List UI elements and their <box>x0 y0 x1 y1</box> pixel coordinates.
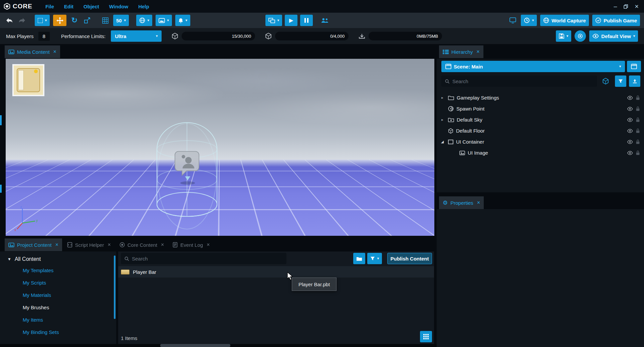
visibility-eye-icon[interactable] <box>627 107 633 111</box>
asset-list-item[interactable]: Player Bar <box>118 266 434 278</box>
tab-core-content[interactable]: Core Content × <box>116 238 168 251</box>
sidebar-item-my-brushes[interactable]: My Brushes <box>0 301 116 314</box>
new-folder-button[interactable] <box>353 253 365 264</box>
world-space-dropdown[interactable]: ▾ <box>136 15 152 26</box>
hierarchy-row-ui-container[interactable]: ◢ UI Container <box>437 136 644 147</box>
visibility-eye-icon[interactable] <box>627 118 633 122</box>
horizontal-scrollbar[interactable] <box>0 344 437 347</box>
lock-icon[interactable] <box>636 106 640 111</box>
visibility-eye-icon[interactable] <box>627 96 633 100</box>
project-search[interactable] <box>121 253 286 264</box>
tab-hierarchy[interactable]: Hierarchy × <box>439 45 483 58</box>
lock-icon[interactable] <box>636 150 640 155</box>
visibility-eye-icon[interactable] <box>627 151 633 155</box>
hierarchy-item-label[interactable]: UI Container <box>456 139 624 145</box>
close-button[interactable]: × <box>635 3 639 10</box>
close-tab-icon[interactable]: × <box>476 49 479 55</box>
publish-game-button[interactable]: Publish Game <box>592 15 640 26</box>
hierarchy-filter-button[interactable] <box>615 75 626 87</box>
menu-help[interactable]: Help <box>133 4 154 9</box>
hierarchy-row-default-sky[interactable]: ▸ Default Sky <box>437 114 644 125</box>
close-tab-icon[interactable]: × <box>53 49 56 55</box>
play-button[interactable]: ▶ <box>285 15 297 26</box>
menu-object[interactable]: Object <box>78 4 104 9</box>
expander-expanded-icon[interactable]: ◢ <box>439 140 445 144</box>
hierarchy-row-spawn-point[interactable]: Spawn Point <box>437 103 644 114</box>
performance-limits-dropdown[interactable]: Ultra▾ <box>111 30 162 42</box>
frame-object-icon[interactable] <box>601 75 610 87</box>
close-tab-icon[interactable]: × <box>477 200 480 206</box>
close-tab-icon[interactable]: × <box>108 242 111 248</box>
undo-icon[interactable] <box>5 15 14 26</box>
export-template-button[interactable] <box>629 75 640 87</box>
hierarchy-item-label[interactable]: Default Sky <box>457 117 624 123</box>
snap-grid-icon[interactable] <box>100 15 110 26</box>
publish-content-button[interactable]: Publish Content <box>387 253 432 264</box>
hierarchy-row-ui-image[interactable]: UI Image <box>437 147 644 158</box>
tab-properties[interactable]: ⚙ Properties × <box>439 196 484 209</box>
project-search-input[interactable] <box>132 256 283 262</box>
world-capture-button[interactable]: World Capture <box>540 15 589 26</box>
lock-icon[interactable] <box>636 95 640 100</box>
visibility-eye-icon[interactable] <box>627 129 633 133</box>
visibility-eye-icon[interactable] <box>627 140 633 144</box>
device-preview-icon[interactable] <box>508 15 517 26</box>
snap-size-dropdown[interactable]: 50▾ <box>113 15 129 26</box>
hierarchy-item-label[interactable]: Default Floor <box>456 128 624 134</box>
tab-event-log[interactable]: Event Log × <box>169 238 213 251</box>
restore-button[interactable] <box>624 4 628 9</box>
spawn-point-icon[interactable] <box>172 150 202 179</box>
scene-manager-button[interactable] <box>627 61 641 72</box>
hierarchy-item-label[interactable]: Spawn Point <box>456 106 624 112</box>
filter-dropdown[interactable]: ▾ <box>367 253 382 264</box>
scrollbar-thumb[interactable] <box>160 344 230 347</box>
lock-icon[interactable] <box>636 128 640 133</box>
hierarchy-row-gameplay-settings[interactable]: ▸ Gameplay Settings <box>437 92 644 103</box>
max-players-value[interactable]: 8 <box>38 32 50 41</box>
hierarchy-search[interactable] <box>441 75 597 87</box>
tab-media-content[interactable]: Media Content × <box>5 45 60 58</box>
scene-selector-dropdown[interactable]: Scene: Main ▾ <box>441 61 625 72</box>
close-tab-icon[interactable]: × <box>55 242 58 248</box>
select-tool-dropdown[interactable]: ▾ <box>35 15 50 26</box>
menu-edit[interactable]: Edit <box>59 4 78 9</box>
menu-window[interactable]: Window <box>104 4 133 9</box>
sidebar-item-my-templates[interactable]: My Templates <box>0 264 116 277</box>
screenshot-dropdown[interactable]: ▾ <box>156 15 172 26</box>
pause-button[interactable] <box>300 15 313 26</box>
hierarchy-item-label[interactable]: UI Image <box>468 150 624 156</box>
scale-tool-icon[interactable] <box>82 15 92 26</box>
sidebar-scrollbar[interactable] <box>114 255 116 319</box>
save-dropdown[interactable]: ▾ <box>556 30 571 42</box>
sidebar-item-my-materials[interactable]: My Materials <box>0 289 116 301</box>
close-tab-icon[interactable]: × <box>161 242 164 248</box>
default-view-dropdown[interactable]: Default View▾ <box>589 30 638 42</box>
expand-triangle-icon[interactable]: ▼ <box>7 257 11 262</box>
menu-file[interactable]: File <box>40 4 59 9</box>
notifications-dropdown[interactable]: ▾ <box>175 15 190 26</box>
lock-icon[interactable] <box>636 139 640 144</box>
move-tool-button[interactable] <box>53 15 66 26</box>
expander-collapsed-icon[interactable]: ▸ <box>439 96 445 100</box>
tab-project-content[interactable]: Project Content × <box>5 238 62 251</box>
capture-settings-dropdown[interactable]: ▾ <box>521 15 537 26</box>
hierarchy-search-input[interactable] <box>452 78 594 84</box>
preview-mode-dropdown[interactable]: ▾ <box>265 15 282 26</box>
lock-icon[interactable] <box>636 117 640 122</box>
hierarchy-item-label[interactable]: Gameplay Settings <box>457 95 624 101</box>
rotate-tool-icon[interactable]: ↻ <box>70 15 79 26</box>
focus-target-button[interactable] <box>575 30 586 42</box>
minimize-button[interactable]: – <box>614 3 617 10</box>
scene-viewport[interactable]: z y x <box>6 59 434 236</box>
sidebar-item-my-scripts[interactable]: My Scripts <box>0 277 116 289</box>
sidebar-item-all-content[interactable]: ▼ All Content <box>0 251 116 264</box>
multiplayer-test-icon[interactable] <box>320 15 330 26</box>
hierarchy-row-default-floor[interactable]: Default Floor <box>437 125 644 136</box>
expander-collapsed-icon[interactable]: ▸ <box>439 118 445 122</box>
redo-icon[interactable] <box>17 15 27 26</box>
tab-script-helper[interactable]: Script Helper × <box>63 238 115 251</box>
sidebar-item-my-items[interactable]: My Items <box>0 314 116 326</box>
sidebar-item-my-binding-sets[interactable]: My Binding Sets <box>0 326 116 338</box>
grid-view-button[interactable] <box>420 331 432 342</box>
close-tab-icon[interactable]: × <box>207 242 210 248</box>
